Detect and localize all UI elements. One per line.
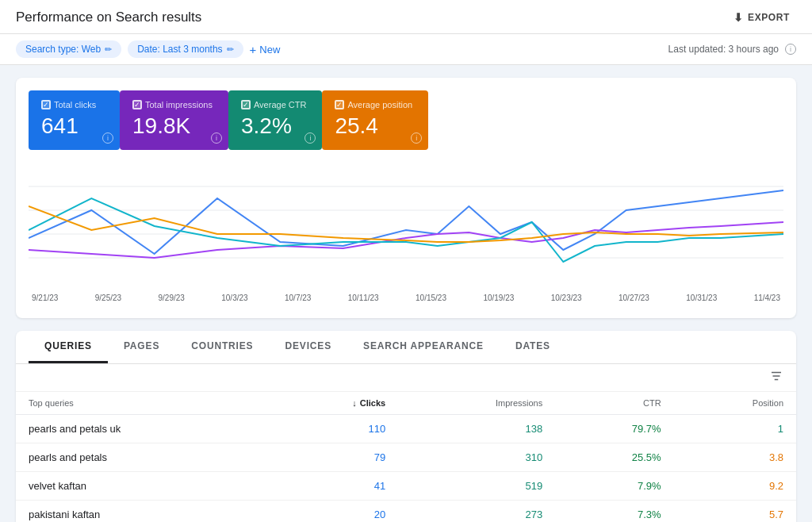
table-row: pearls and petals 79 310 25.5% 3.8 <box>16 443 796 471</box>
x-label-11: 11/4/23 <box>754 294 780 302</box>
col-header-position[interactable]: Position <box>674 392 796 415</box>
position-cell-1: 3.8 <box>674 443 796 471</box>
tab-queries[interactable]: QUERIES <box>29 331 108 363</box>
metrics-chart-card: ✓ Total clicks 641 i ✓ Total impressions… <box>16 78 796 318</box>
clicks-cell-0: 110 <box>271 414 398 443</box>
x-label-10: 10/31/23 <box>686 294 717 302</box>
metric-checkbox-ctr: ✓ <box>241 100 251 109</box>
impressions-cell-0: 138 <box>398 414 555 443</box>
query-cell-1: pearls and petals <box>16 443 271 471</box>
filters-left: Search type: Web ✏ Date: Last 3 months ✏… <box>16 40 280 58</box>
date-range-filter[interactable]: Date: Last 3 months ✏ <box>128 40 243 58</box>
metric-value-ctr: 3.2% <box>241 114 306 139</box>
data-table: Top queries ↓Clicks Impressions CTR Posi… <box>16 392 796 522</box>
metric-total-clicks[interactable]: ✓ Total clicks 641 i <box>29 90 120 150</box>
tab-search-appearance[interactable]: SEARCH APPEARANCE <box>347 331 500 363</box>
page-title: Performance on Search results <box>16 10 201 25</box>
table-card: QUERIES PAGES COUNTRIES DEVICES SEARCH A… <box>16 331 796 522</box>
impressions-cell-1: 310 <box>398 443 555 471</box>
x-label-9: 10/27/23 <box>619 294 649 302</box>
metric-info-ctr[interactable]: i <box>304 132 316 144</box>
col-header-query: Top queries <box>16 392 271 415</box>
metric-checkbox-clicks: ✓ <box>41 100 51 109</box>
clicks-cell-2: 41 <box>271 471 398 500</box>
x-label-2: 9/29/23 <box>159 294 185 302</box>
query-cell-2: velvet kaftan <box>16 471 271 500</box>
query-cell-3: pakistani kaftan <box>16 500 271 522</box>
last-updated: Last updated: 3 hours ago i <box>668 44 796 55</box>
tab-devices[interactable]: DEVICES <box>269 331 347 363</box>
tab-pages[interactable]: PAGES <box>108 331 175 363</box>
chart-x-labels: 9/21/23 9/25/23 9/29/23 10/3/23 10/7/23 … <box>29 294 783 302</box>
tab-countries[interactable]: COUNTRIES <box>175 331 269 363</box>
search-type-filter[interactable]: Search type: Web ✏ <box>16 40 121 58</box>
metric-value-impressions: 19.8K <box>132 114 213 139</box>
new-button[interactable]: + New <box>250 43 281 56</box>
metric-total-impressions[interactable]: ✓ Total impressions 19.8K i <box>120 90 228 150</box>
table-row: pakistani kaftan 20 273 7.3% 5.7 <box>16 500 796 522</box>
main-content: ✓ Total clicks 641 i ✓ Total impressions… <box>0 65 812 522</box>
metric-value-clicks: 641 <box>41 114 104 139</box>
metric-value-position: 25.4 <box>335 114 412 139</box>
x-label-7: 10/19/23 <box>483 294 514 302</box>
col-header-clicks[interactable]: ↓Clicks <box>271 392 398 415</box>
position-cell-0: 1 <box>674 414 796 443</box>
last-updated-info-icon[interactable]: i <box>785 44 796 55</box>
x-label-6: 10/15/23 <box>416 294 446 302</box>
filter-icon <box>769 369 783 383</box>
col-header-ctr[interactable]: CTR <box>555 392 673 415</box>
export-icon: ⬇ <box>733 11 744 24</box>
table-toolbar <box>16 364 796 392</box>
ctr-cell-0: 79.7% <box>555 414 673 443</box>
x-label-3: 10/3/23 <box>221 294 247 302</box>
metrics-row: ✓ Total clicks 641 i ✓ Total impressions… <box>29 90 783 150</box>
plus-icon: + <box>250 43 257 56</box>
table-header: Top queries ↓Clicks Impressions CTR Posi… <box>16 392 796 415</box>
chart-area: 9/21/23 9/25/23 9/29/23 10/3/23 10/7/23 … <box>29 163 783 305</box>
col-header-impressions[interactable]: Impressions <box>398 392 555 415</box>
header-bar: Performance on Search results ⬇ EXPORT <box>0 0 812 34</box>
clicks-cell-1: 79 <box>271 443 398 471</box>
tabs-row: QUERIES PAGES COUNTRIES DEVICES SEARCH A… <box>16 331 796 364</box>
x-label-0: 9/21/23 <box>32 294 58 302</box>
tab-dates[interactable]: DATES <box>500 331 566 363</box>
metric-info-impressions[interactable]: i <box>211 132 222 144</box>
position-cell-2: 9.2 <box>674 471 796 500</box>
impressions-cell-3: 273 <box>398 500 555 522</box>
query-cell-0: pearls and petals uk <box>16 414 271 443</box>
x-label-5: 10/11/23 <box>348 294 379 302</box>
x-label-1: 9/25/23 <box>95 294 121 302</box>
ctr-cell-1: 25.5% <box>555 443 673 471</box>
impressions-cell-2: 519 <box>398 471 555 500</box>
metric-checkbox-position: ✓ <box>335 100 344 109</box>
ctr-cell-3: 7.3% <box>555 500 673 522</box>
edit-icon-date: ✏ <box>227 44 234 55</box>
metric-average-ctr[interactable]: ✓ Average CTR 3.2% i <box>228 90 322 150</box>
export-button[interactable]: ⬇ EXPORT <box>727 8 796 27</box>
table-row: pearls and petals uk 110 138 79.7% 1 <box>16 414 796 443</box>
metric-info-position[interactable]: i <box>411 132 422 144</box>
chart-svg <box>29 163 783 290</box>
table-body: pearls and petals uk 110 138 79.7% 1 pea… <box>16 414 796 522</box>
ctr-cell-2: 7.9% <box>555 471 673 500</box>
metric-info-clicks[interactable]: i <box>102 132 113 144</box>
metric-checkbox-impressions: ✓ <box>132 100 142 109</box>
metric-average-position[interactable]: ✓ Average position 25.4 i <box>322 90 428 150</box>
filters-bar: Search type: Web ✏ Date: Last 3 months ✏… <box>0 34 812 65</box>
sort-arrow-icon: ↓ <box>352 398 357 408</box>
edit-icon: ✏ <box>105 44 112 55</box>
x-label-8: 10/23/23 <box>551 294 582 302</box>
position-cell-3: 5.7 <box>674 500 796 522</box>
x-label-4: 10/7/23 <box>285 294 311 302</box>
table-row: velvet kaftan 41 519 7.9% 9.2 <box>16 471 796 500</box>
table-filter-button[interactable] <box>769 369 783 386</box>
clicks-cell-3: 20 <box>271 500 398 522</box>
